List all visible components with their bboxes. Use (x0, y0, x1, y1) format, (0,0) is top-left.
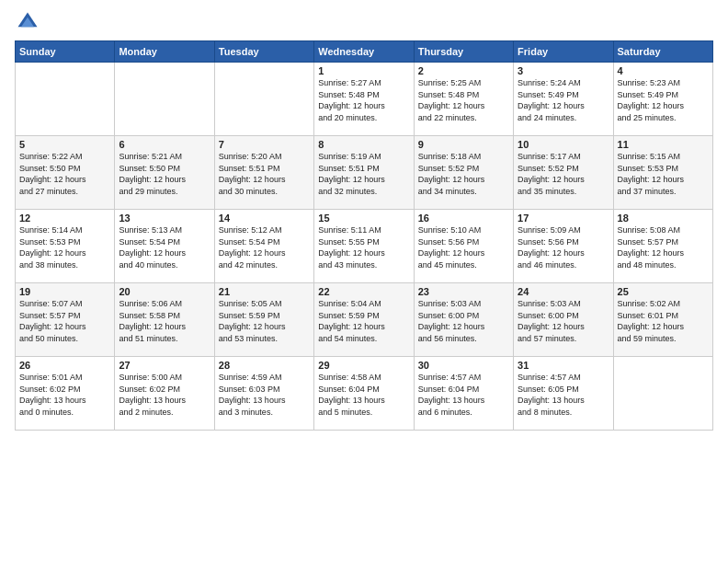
calendar-cell: 10Sunrise: 5:17 AM Sunset: 5:52 PM Dayli… (514, 136, 613, 210)
week-row-4: 19Sunrise: 5:07 AM Sunset: 5:57 PM Dayli… (16, 283, 713, 357)
calendar-cell: 14Sunrise: 5:12 AM Sunset: 5:54 PM Dayli… (214, 210, 313, 283)
day-info: Sunrise: 5:21 AM Sunset: 5:50 PM Dayligh… (119, 151, 210, 197)
calendar-cell (16, 63, 115, 136)
week-row-2: 5Sunrise: 5:22 AM Sunset: 5:50 PM Daylig… (16, 136, 713, 210)
day-number: 4 (618, 65, 709, 76)
calendar-cell: 31Sunrise: 4:57 AM Sunset: 6:05 PM Dayli… (514, 357, 613, 431)
calendar-cell: 17Sunrise: 5:09 AM Sunset: 5:56 PM Dayli… (514, 210, 613, 283)
weekday-header-tuesday: Tuesday (214, 41, 313, 63)
day-number: 27 (119, 360, 210, 371)
day-info: Sunrise: 5:10 AM Sunset: 5:56 PM Dayligh… (418, 224, 509, 270)
calendar-cell: 23Sunrise: 5:03 AM Sunset: 6:00 PM Dayli… (414, 283, 513, 357)
day-info: Sunrise: 5:27 AM Sunset: 5:48 PM Dayligh… (318, 77, 409, 123)
day-number: 31 (518, 360, 609, 371)
day-number: 16 (418, 213, 509, 224)
day-number: 23 (418, 286, 509, 297)
day-number: 28 (219, 360, 310, 371)
calendar-cell: 2Sunrise: 5:25 AM Sunset: 5:48 PM Daylig… (414, 63, 513, 136)
day-number: 12 (19, 213, 110, 224)
day-number: 13 (119, 213, 210, 224)
calendar-cell: 30Sunrise: 4:57 AM Sunset: 6:04 PM Dayli… (414, 357, 513, 431)
day-number: 2 (418, 65, 509, 76)
week-row-5: 26Sunrise: 5:01 AM Sunset: 6:02 PM Dayli… (16, 357, 713, 431)
calendar-table: SundayMondayTuesdayWednesdayThursdayFrid… (15, 40, 713, 431)
day-number: 7 (219, 139, 310, 150)
weekday-header-friday: Friday (514, 41, 613, 63)
day-info: Sunrise: 5:08 AM Sunset: 5:57 PM Dayligh… (618, 224, 709, 270)
day-number: 14 (219, 213, 310, 224)
logo (15, 9, 44, 35)
weekday-header-wednesday: Wednesday (314, 41, 414, 63)
calendar-cell: 7Sunrise: 5:20 AM Sunset: 5:51 PM Daylig… (214, 136, 313, 210)
day-info: Sunrise: 5:23 AM Sunset: 5:49 PM Dayligh… (618, 77, 709, 123)
day-info: Sunrise: 5:06 AM Sunset: 5:58 PM Dayligh… (119, 298, 210, 344)
day-number: 29 (318, 360, 409, 371)
calendar-cell: 12Sunrise: 5:14 AM Sunset: 5:53 PM Dayli… (16, 210, 115, 283)
calendar-cell: 4Sunrise: 5:23 AM Sunset: 5:49 PM Daylig… (613, 63, 712, 136)
calendar-cell: 16Sunrise: 5:10 AM Sunset: 5:56 PM Dayli… (414, 210, 513, 283)
calendar-cell: 8Sunrise: 5:19 AM Sunset: 5:51 PM Daylig… (314, 136, 414, 210)
calendar-cell: 1Sunrise: 5:27 AM Sunset: 5:48 PM Daylig… (314, 63, 414, 136)
day-info: Sunrise: 5:00 AM Sunset: 6:02 PM Dayligh… (119, 372, 210, 418)
day-number: 6 (119, 139, 210, 150)
calendar-cell: 13Sunrise: 5:13 AM Sunset: 5:54 PM Dayli… (115, 210, 214, 283)
calendar-cell: 11Sunrise: 5:15 AM Sunset: 5:53 PM Dayli… (613, 136, 712, 210)
day-number: 17 (518, 213, 609, 224)
day-info: Sunrise: 4:59 AM Sunset: 6:03 PM Dayligh… (219, 372, 310, 418)
day-number: 30 (418, 360, 509, 371)
calendar-cell: 22Sunrise: 5:04 AM Sunset: 5:59 PM Dayli… (314, 283, 414, 357)
day-info: Sunrise: 5:01 AM Sunset: 6:02 PM Dayligh… (19, 372, 110, 418)
calendar-cell: 26Sunrise: 5:01 AM Sunset: 6:02 PM Dayli… (16, 357, 115, 431)
day-info: Sunrise: 5:20 AM Sunset: 5:51 PM Dayligh… (219, 151, 310, 197)
weekday-header-thursday: Thursday (414, 41, 513, 63)
calendar-cell: 19Sunrise: 5:07 AM Sunset: 5:57 PM Dayli… (16, 283, 115, 357)
calendar-body: 1Sunrise: 5:27 AM Sunset: 5:48 PM Daylig… (16, 63, 713, 431)
day-info: Sunrise: 5:09 AM Sunset: 5:56 PM Dayligh… (518, 224, 609, 270)
calendar-cell: 27Sunrise: 5:00 AM Sunset: 6:02 PM Dayli… (115, 357, 214, 431)
day-info: Sunrise: 5:18 AM Sunset: 5:52 PM Dayligh… (418, 151, 509, 197)
day-info: Sunrise: 5:12 AM Sunset: 5:54 PM Dayligh… (219, 224, 310, 270)
day-info: Sunrise: 5:22 AM Sunset: 5:50 PM Dayligh… (19, 151, 110, 197)
weekday-header-row: SundayMondayTuesdayWednesdayThursdayFrid… (16, 41, 713, 63)
day-info: Sunrise: 5:02 AM Sunset: 6:01 PM Dayligh… (618, 298, 709, 344)
day-info: Sunrise: 5:05 AM Sunset: 5:59 PM Dayligh… (219, 298, 310, 344)
header (15, 9, 713, 35)
calendar-cell: 3Sunrise: 5:24 AM Sunset: 5:49 PM Daylig… (514, 63, 613, 136)
day-info: Sunrise: 5:07 AM Sunset: 5:57 PM Dayligh… (19, 298, 110, 344)
day-number: 10 (518, 139, 609, 150)
calendar-cell (115, 63, 214, 136)
day-info: Sunrise: 5:17 AM Sunset: 5:52 PM Dayligh… (518, 151, 609, 197)
day-number: 18 (618, 213, 709, 224)
day-number: 21 (219, 286, 310, 297)
day-number: 9 (418, 139, 509, 150)
calendar-cell: 28Sunrise: 4:59 AM Sunset: 6:03 PM Dayli… (214, 357, 313, 431)
day-info: Sunrise: 5:15 AM Sunset: 5:53 PM Dayligh… (618, 151, 709, 197)
day-number: 11 (618, 139, 709, 150)
day-info: Sunrise: 4:58 AM Sunset: 6:04 PM Dayligh… (318, 372, 409, 418)
day-number: 26 (19, 360, 110, 371)
day-number: 22 (318, 286, 409, 297)
calendar-cell (613, 357, 712, 431)
page-container: SundayMondayTuesdayWednesdayThursdayFrid… (0, 0, 728, 436)
calendar-cell: 15Sunrise: 5:11 AM Sunset: 5:55 PM Dayli… (314, 210, 414, 283)
calendar-cell: 20Sunrise: 5:06 AM Sunset: 5:58 PM Dayli… (115, 283, 214, 357)
calendar-cell: 9Sunrise: 5:18 AM Sunset: 5:52 PM Daylig… (414, 136, 513, 210)
day-number: 24 (518, 286, 609, 297)
calendar-cell: 24Sunrise: 5:03 AM Sunset: 6:00 PM Dayli… (514, 283, 613, 357)
day-number: 3 (518, 65, 609, 76)
day-info: Sunrise: 5:03 AM Sunset: 6:00 PM Dayligh… (418, 298, 509, 344)
calendar-cell (214, 63, 313, 136)
calendar-cell: 6Sunrise: 5:21 AM Sunset: 5:50 PM Daylig… (115, 136, 214, 210)
day-info: Sunrise: 4:57 AM Sunset: 6:04 PM Dayligh… (418, 372, 509, 418)
weekday-header-saturday: Saturday (613, 41, 712, 63)
calendar-header: SundayMondayTuesdayWednesdayThursdayFrid… (16, 41, 713, 63)
day-number: 8 (318, 139, 409, 150)
week-row-3: 12Sunrise: 5:14 AM Sunset: 5:53 PM Dayli… (16, 210, 713, 283)
calendar-cell: 5Sunrise: 5:22 AM Sunset: 5:50 PM Daylig… (16, 136, 115, 210)
day-info: Sunrise: 5:19 AM Sunset: 5:51 PM Dayligh… (318, 151, 409, 197)
week-row-1: 1Sunrise: 5:27 AM Sunset: 5:48 PM Daylig… (16, 63, 713, 136)
day-number: 25 (618, 286, 709, 297)
day-number: 15 (318, 213, 409, 224)
day-number: 5 (19, 139, 110, 150)
logo-icon (15, 9, 40, 35)
